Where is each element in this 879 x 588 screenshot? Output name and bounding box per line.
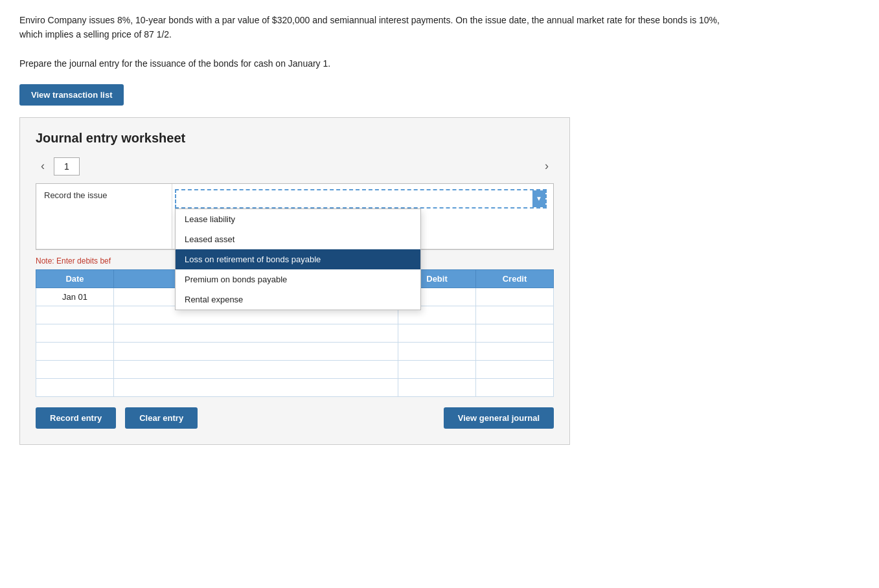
prev-page-chevron[interactable]: ‹	[36, 158, 50, 174]
credit-input-3[interactable]	[476, 324, 553, 342]
worksheet-title: Journal entry worksheet	[36, 131, 554, 146]
journal-entry-worksheet: Journal entry worksheet ‹ 1 › Record the…	[19, 117, 570, 445]
date-cell-1: Jan 01	[36, 288, 114, 306]
account-input-6[interactable]	[114, 379, 398, 396]
date-header: Date	[36, 269, 114, 288]
table-row	[36, 360, 554, 378]
date-cell-5	[36, 360, 114, 378]
dropdown-item-premium-bonds[interactable]: Premium on bonds payable	[176, 269, 420, 289]
debit-cell-6	[398, 378, 476, 396]
next-page-chevron[interactable]: ›	[540, 158, 554, 174]
record-label: Record the issue	[36, 184, 172, 249]
dropdown-item-leased-asset[interactable]: Leased asset	[176, 229, 420, 249]
debit-input-3[interactable]	[398, 324, 475, 342]
account-cell-5	[114, 360, 398, 378]
date-cell-4	[36, 342, 114, 360]
credit-cell-2	[476, 306, 554, 324]
date-cell-6	[36, 378, 114, 396]
account-search-input[interactable]	[176, 190, 532, 207]
view-transaction-button[interactable]: View transaction list	[19, 84, 124, 106]
credit-input-1[interactable]	[476, 288, 553, 306]
credit-input-5[interactable]	[476, 361, 553, 378]
credit-header: Credit	[476, 269, 554, 288]
debit-cell-3	[398, 324, 476, 342]
debit-input-6[interactable]	[398, 379, 475, 396]
problem-line1: Enviro Company issues 8%, 10-year bonds …	[19, 13, 732, 42]
account-input-3[interactable]	[114, 324, 398, 342]
account-cell-3	[114, 324, 398, 342]
dropdown-item-lease-liability[interactable]: Lease liability	[176, 209, 420, 229]
view-general-journal-button[interactable]: View general journal	[444, 407, 554, 429]
account-cell-4	[114, 342, 398, 360]
credit-cell-1	[476, 288, 554, 306]
table-row	[36, 378, 554, 396]
record-entry-button[interactable]: Record entry	[36, 407, 116, 429]
page-number: 1	[54, 157, 80, 175]
account-input-5[interactable]	[114, 361, 398, 378]
account-cell-6	[114, 378, 398, 396]
credit-input-2[interactable]	[476, 306, 553, 324]
credit-cell-5	[476, 360, 554, 378]
credit-cell-4	[476, 342, 554, 360]
account-dropdown-menu: Lease liability Leased asset Loss on ret…	[175, 209, 421, 310]
account-input-4[interactable]	[114, 343, 398, 360]
table-row	[36, 342, 554, 360]
account-dropdown-wrapper: ▼ Lease liability Leased asset Loss on r…	[172, 184, 553, 249]
nav-row: ‹ 1 ›	[36, 157, 554, 175]
credit-cell-3	[476, 324, 554, 342]
date-cell-3	[36, 324, 114, 342]
dropdown-item-loss-retirement[interactable]: Loss on retirement of bonds payable	[176, 249, 420, 269]
date-cell-2	[36, 306, 114, 324]
debit-cell-5	[398, 360, 476, 378]
credit-input-4[interactable]	[476, 343, 553, 360]
problem-line2: Prepare the journal entry for the issuan…	[19, 56, 732, 71]
debit-cell-4	[398, 342, 476, 360]
dropdown-input-row: ▼	[175, 189, 547, 209]
debit-input-5[interactable]	[398, 361, 475, 378]
record-label-row: Record the issue ▼ Lease liability Lease…	[36, 184, 553, 249]
debit-input-4[interactable]	[398, 343, 475, 360]
credit-cell-6	[476, 378, 554, 396]
problem-text: Enviro Company issues 8%, 10-year bonds …	[19, 13, 732, 71]
dropdown-arrow-icon[interactable]: ▼	[532, 190, 545, 207]
clear-entry-button[interactable]: Clear entry	[125, 407, 198, 429]
dropdown-item-rental-expense[interactable]: Rental expense	[176, 289, 420, 310]
table-row	[36, 324, 554, 342]
journal-entry-area: Record the issue ▼ Lease liability Lease…	[36, 183, 554, 250]
bottom-buttons: Record entry Clear entry View general jo…	[36, 407, 554, 429]
credit-input-6[interactable]	[476, 379, 553, 396]
